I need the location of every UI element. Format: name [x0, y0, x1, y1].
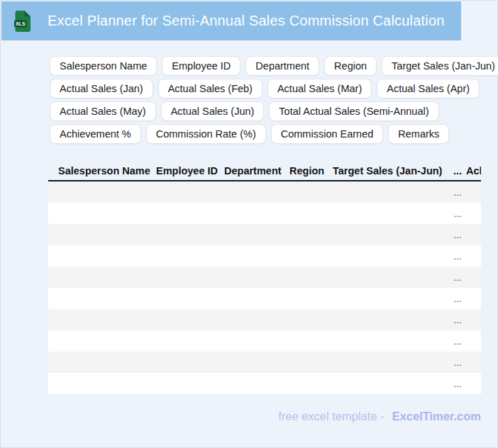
table-column-header: Achievement % — [466, 165, 481, 177]
commission-table-wrap: Salesperson NameEmployee IDDepartmentReg… — [48, 162, 481, 394]
footer: free excel template -ExcelTimer.com — [278, 410, 481, 423]
table-row: ... — [48, 245, 481, 267]
table-header-row: Salesperson NameEmployee IDDepartmentReg… — [48, 162, 481, 181]
table-column-header: Department — [224, 165, 289, 177]
field-chip: Commission Earned — [271, 124, 384, 144]
table-row: ... — [48, 267, 481, 288]
table-row: ... — [48, 330, 481, 352]
table-column-header: ... — [449, 165, 466, 177]
table-column-header: Employee ID — [156, 165, 224, 177]
page-title: Excel Planner for Semi-Annual Sales Comm… — [48, 13, 445, 29]
chip-row: Achievement %Commission Rate (%)Commissi… — [50, 124, 481, 144]
table-row: ... — [48, 224, 481, 245]
table-column-header: Salesperson Name — [48, 165, 156, 177]
table-row: ... — [48, 288, 481, 309]
field-chips: Salesperson NameEmployee IDDepartmentReg… — [50, 56, 481, 144]
field-chip: Salesperson Name — [50, 56, 157, 76]
row-ellipsis: ... — [449, 337, 466, 346]
field-chip: Actual Sales (Apr) — [377, 79, 480, 99]
field-chip: Employee ID — [162, 56, 240, 76]
field-chip: Actual Sales (Mar) — [267, 79, 372, 99]
table-row: ... — [48, 373, 481, 394]
table-row: ... — [48, 181, 481, 203]
row-ellipsis: ... — [449, 294, 466, 303]
field-chip: Actual Sales (May) — [50, 101, 156, 121]
footer-text: free excel template - — [278, 410, 384, 422]
field-chip: Target Sales (Jan-Jun) — [382, 56, 498, 76]
row-ellipsis: ... — [449, 188, 466, 197]
footer-brand-link[interactable]: ExcelTimer.com — [392, 410, 481, 422]
row-ellipsis: ... — [449, 252, 466, 261]
row-ellipsis: ... — [449, 315, 466, 325]
header-bar: XLS Excel Planner for Semi-Annual Sales … — [1, 1, 461, 40]
field-chip: Remarks — [388, 124, 449, 144]
page: XLS Excel Planner for Semi-Annual Sales … — [0, 0, 498, 448]
row-ellipsis: ... — [449, 379, 466, 388]
field-chip: Actual Sales (Feb) — [158, 79, 262, 99]
field-chip: Region — [324, 56, 377, 76]
row-ellipsis: ... — [449, 230, 466, 240]
xls-file-icon: XLS — [14, 10, 31, 33]
xls-badge-label: XLS — [16, 21, 26, 26]
field-chip: Actual Sales (Jun) — [161, 101, 265, 121]
commission-table: Salesperson NameEmployee IDDepartmentReg… — [48, 162, 481, 394]
table-row: ... — [48, 352, 481, 373]
chip-row: Actual Sales (Jan)Actual Sales (Feb)Actu… — [50, 79, 481, 99]
field-chip: Department — [245, 56, 319, 76]
field-chip: Achievement % — [50, 124, 141, 144]
table-column-header: Region — [289, 165, 333, 177]
table-row: ... — [48, 309, 481, 330]
table-row: ... — [48, 203, 481, 224]
row-ellipsis: ... — [449, 358, 466, 367]
table-column-header: Target Sales (Jan-Jun) — [333, 165, 449, 177]
chip-row: Actual Sales (May)Actual Sales (Jun)Tota… — [50, 101, 481, 121]
row-ellipsis: ... — [449, 273, 466, 282]
chip-row: Salesperson NameEmployee IDDepartmentReg… — [50, 56, 481, 76]
table-body: .............................. — [48, 181, 481, 394]
row-ellipsis: ... — [449, 209, 466, 218]
field-chip: Total Actual Sales (Semi-Annual) — [269, 101, 438, 121]
field-chip: Commission Rate (%) — [146, 124, 266, 144]
field-chip: Actual Sales (Jan) — [50, 79, 153, 99]
